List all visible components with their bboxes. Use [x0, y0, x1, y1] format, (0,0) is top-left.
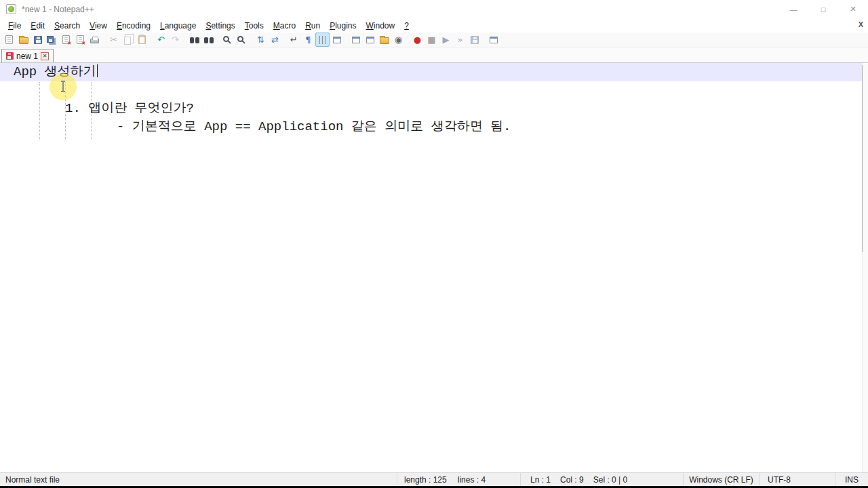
paste-icon: [138, 35, 146, 44]
status-column-number: Col : 9: [560, 475, 584, 485]
editor-line-text: - 기본적으로 App == Application 같은 의미로 생각하면 됨…: [117, 119, 511, 134]
toolbar: ✂↶↷⇅⇄↵¶◉●■▶»: [0, 33, 868, 47]
zoom-out-icon[interactable]: [235, 33, 249, 47]
editor-area[interactable]: App 생성하기 1. 앱이란 무엇인가? - 기본적으로 App == App…: [0, 63, 868, 472]
minimize-button[interactable]: —: [778, 0, 808, 18]
macro-stop-icon[interactable]: ■: [425, 33, 439, 47]
sync-vertical-scroll-icon[interactable]: ⇅: [254, 33, 268, 47]
menu-item-settings[interactable]: Settings: [201, 20, 239, 32]
menu-label: ile: [13, 21, 21, 30]
folder-as-workspace-icon: [380, 37, 389, 44]
undo-icon[interactable]: ↶: [154, 33, 168, 47]
menu-accelerator: L: [160, 21, 165, 30]
close-all-icon[interactable]: [73, 33, 87, 47]
menu-label: lugins: [335, 21, 356, 30]
status-insert-mode[interactable]: INS: [835, 473, 868, 486]
macro-stop-icon: ■: [427, 35, 435, 44]
show-all-characters-icon: ¶: [305, 35, 311, 44]
editor-line[interactable]: - 기본적으로 App == Application 같은 의미로 생각하면 됨…: [0, 118, 868, 136]
paste-icon[interactable]: [135, 33, 149, 47]
editor-line-text: 1. 앱이란 무엇인가?: [65, 101, 194, 116]
redo-icon[interactable]: ↷: [168, 33, 182, 47]
function-list-icon: [366, 37, 374, 43]
vertical-scrollbar[interactable]: [862, 63, 868, 472]
menu-accelerator: S: [54, 21, 60, 30]
menu-item-tools[interactable]: Tools: [240, 20, 269, 32]
menu-item-file[interactable]: File: [3, 20, 26, 32]
document-map-icon[interactable]: [349, 33, 363, 47]
toolbar-separator: [216, 33, 220, 47]
menu-item-help[interactable]: ?: [399, 20, 414, 32]
menu-item-language[interactable]: Language: [155, 20, 201, 32]
print-icon[interactable]: [87, 33, 102, 47]
document-map-icon: [352, 37, 360, 43]
menu-item-macro[interactable]: Macro: [269, 20, 300, 32]
menubar-close-icon[interactable]: X: [859, 20, 863, 28]
toolbar-separator: [249, 33, 254, 47]
editor-line[interactable]: App 생성하기: [0, 63, 868, 81]
menu-label: ools: [249, 21, 264, 30]
zoom-out-icon: [237, 36, 243, 42]
macro-save-icon[interactable]: [467, 33, 481, 47]
doc-switcher-icon[interactable]: [486, 33, 500, 47]
status-eol-format[interactable]: Windows (CR LF): [683, 473, 759, 486]
close-button[interactable]: ✕: [838, 0, 868, 18]
monitoring-icon[interactable]: ◉: [391, 33, 406, 47]
save-file-icon: [34, 36, 42, 44]
function-list-icon[interactable]: [363, 33, 377, 47]
status-selection: Sel : 0 | 0: [593, 475, 627, 485]
menu-item-view[interactable]: View: [85, 20, 112, 32]
folder-as-workspace-icon[interactable]: [377, 33, 391, 47]
toolbar-separator: [149, 33, 154, 47]
menu-label: acro: [280, 21, 296, 30]
tab-bar: new 1 ✕: [0, 47, 868, 63]
menu-item-edit[interactable]: Edit: [26, 20, 50, 32]
menu-accelerator: V: [90, 21, 95, 30]
menu-item-window[interactable]: Window: [361, 20, 400, 32]
editor-line[interactable]: 1. 앱이란 무엇인가?: [0, 100, 868, 118]
cursor-highlight: [50, 73, 77, 100]
new-file-icon: [5, 35, 13, 44]
redo-icon: ↷: [172, 35, 179, 44]
tab-new-1[interactable]: new 1 ✕: [1, 49, 54, 62]
save-all-icon[interactable]: [45, 33, 59, 47]
zoom-in-icon[interactable]: [220, 33, 235, 47]
word-wrap-icon[interactable]: ↵: [287, 33, 301, 47]
toolbar-separator: [282, 33, 287, 47]
tab-close-icon[interactable]: ✕: [41, 52, 49, 60]
doc-switcher-icon: [490, 37, 498, 43]
macro-run-multiple-icon[interactable]: »: [453, 33, 467, 47]
menu-label: iew: [95, 21, 107, 30]
close-file-icon[interactable]: [59, 33, 73, 47]
maximize-button[interactable]: □: [808, 0, 838, 18]
window-controls: — □ ✕: [778, 0, 868, 18]
find-icon[interactable]: [187, 33, 201, 47]
cut-icon[interactable]: ✂: [106, 33, 121, 47]
show-indent-guide-icon[interactable]: [315, 33, 330, 47]
menu-item-encoding[interactable]: Encoding: [112, 20, 155, 32]
toolbar-separator: [102, 33, 106, 47]
toolbar-separator: [344, 33, 349, 47]
sync-horizontal-scroll-icon: ⇄: [271, 35, 279, 44]
save-all-icon: [47, 36, 54, 43]
status-encoding[interactable]: UTF-8: [759, 473, 835, 486]
macro-record-icon[interactable]: ●: [410, 33, 425, 47]
editor-line[interactable]: [0, 81, 868, 100]
show-all-characters-icon[interactable]: ¶: [301, 33, 315, 47]
save-file-icon[interactable]: [31, 33, 45, 47]
menu-item-plugins[interactable]: Plugins: [325, 20, 361, 32]
replace-icon[interactable]: [201, 33, 216, 47]
notepad-plus-plus-icon: [6, 4, 16, 14]
unsaved-indicator-icon: [6, 52, 14, 60]
sync-horizontal-scroll-icon[interactable]: ⇄: [268, 33, 282, 47]
copy-icon[interactable]: [121, 33, 135, 47]
menu-label: earch: [60, 21, 80, 30]
open-file-icon[interactable]: [16, 33, 31, 47]
define-language-icon[interactable]: [330, 33, 344, 47]
status-length: length : 125: [404, 475, 447, 485]
new-file-icon[interactable]: [2, 33, 16, 47]
menu-item-search[interactable]: Search: [50, 20, 85, 32]
menu-item-run[interactable]: Run: [300, 20, 325, 32]
close-all-icon: [77, 35, 84, 44]
macro-play-icon[interactable]: ▶: [439, 33, 453, 47]
